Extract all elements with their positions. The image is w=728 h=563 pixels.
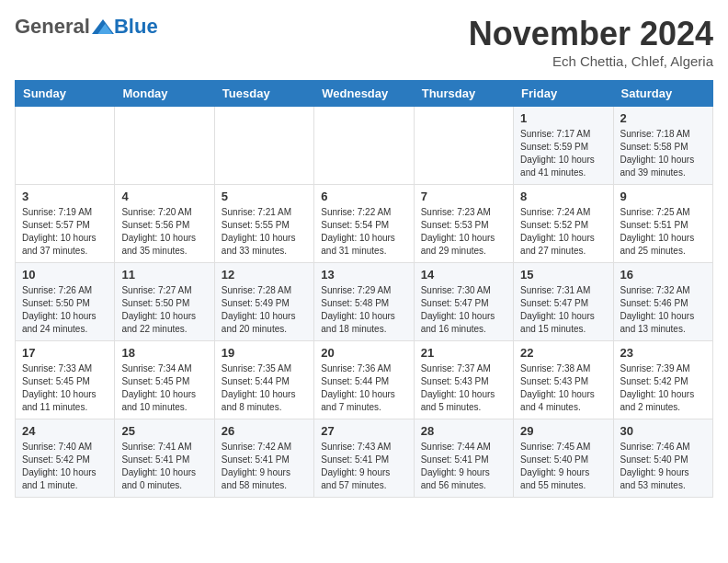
day-cell: 5Sunrise: 7:21 AMSunset: 5:55 PMDaylight…	[214, 185, 313, 263]
col-header-saturday: Saturday	[613, 81, 712, 107]
logo-blue: Blue	[114, 15, 158, 39]
day-cell: 13Sunrise: 7:29 AMSunset: 5:48 PMDayligh…	[314, 263, 414, 341]
day-cell: 3Sunrise: 7:19 AMSunset: 5:57 PMDaylight…	[16, 185, 115, 263]
day-cell: 7Sunrise: 7:23 AMSunset: 5:53 PMDaylight…	[414, 185, 513, 263]
day-cell: 8Sunrise: 7:24 AMSunset: 5:52 PMDaylight…	[514, 185, 613, 263]
week-row-5: 24Sunrise: 7:40 AMSunset: 5:42 PMDayligh…	[16, 419, 713, 498]
day-number: 11	[121, 268, 207, 282]
logo-icon	[92, 16, 114, 38]
page-header: General Blue November 2024 Ech Chettia, …	[15, 15, 713, 69]
day-info: Sunrise: 7:28 AMSunset: 5:49 PMDaylight:…	[222, 284, 307, 336]
day-number: 29	[520, 424, 606, 438]
month-title: November 2024	[469, 15, 713, 53]
day-number: 17	[22, 346, 108, 360]
day-number: 22	[520, 346, 606, 360]
week-row-4: 17Sunrise: 7:33 AMSunset: 5:45 PMDayligh…	[16, 341, 713, 419]
day-number: 24	[22, 424, 108, 438]
day-cell: 26Sunrise: 7:42 AMSunset: 5:41 PMDayligh…	[214, 419, 313, 498]
day-cell: 22Sunrise: 7:38 AMSunset: 5:43 PMDayligh…	[514, 341, 613, 419]
day-cell: 4Sunrise: 7:20 AMSunset: 5:56 PMDaylight…	[115, 185, 214, 263]
day-info: Sunrise: 7:44 AMSunset: 5:41 PMDaylight:…	[421, 441, 506, 492]
day-cell: 14Sunrise: 7:30 AMSunset: 5:47 PMDayligh…	[414, 263, 513, 341]
day-cell	[414, 107, 513, 185]
day-number: 21	[421, 346, 506, 360]
week-row-3: 10Sunrise: 7:26 AMSunset: 5:50 PMDayligh…	[16, 263, 713, 341]
day-cell: 25Sunrise: 7:41 AMSunset: 5:41 PMDayligh…	[115, 419, 214, 498]
day-cell: 12Sunrise: 7:28 AMSunset: 5:49 PMDayligh…	[214, 263, 313, 341]
day-number: 4	[121, 190, 207, 203]
day-number: 30	[620, 424, 706, 438]
day-info: Sunrise: 7:35 AMSunset: 5:44 PMDaylight:…	[222, 362, 307, 414]
day-info: Sunrise: 7:45 AMSunset: 5:40 PMDaylight:…	[520, 441, 606, 492]
day-cell: 9Sunrise: 7:25 AMSunset: 5:51 PMDaylight…	[613, 185, 712, 263]
day-number: 16	[620, 268, 706, 282]
day-info: Sunrise: 7:30 AMSunset: 5:47 PMDaylight:…	[421, 284, 506, 336]
day-cell: 21Sunrise: 7:37 AMSunset: 5:43 PMDayligh…	[414, 341, 513, 419]
day-info: Sunrise: 7:33 AMSunset: 5:45 PMDaylight:…	[22, 362, 108, 414]
day-number: 9	[620, 190, 706, 203]
day-cell: 19Sunrise: 7:35 AMSunset: 5:44 PMDayligh…	[214, 341, 313, 419]
day-number: 15	[520, 268, 606, 282]
day-cell: 23Sunrise: 7:39 AMSunset: 5:42 PMDayligh…	[613, 341, 712, 419]
logo: General Blue	[15, 15, 158, 39]
day-number: 26	[222, 424, 307, 438]
day-cell: 6Sunrise: 7:22 AMSunset: 5:54 PMDaylight…	[314, 185, 414, 263]
day-info: Sunrise: 7:34 AMSunset: 5:45 PMDaylight:…	[121, 362, 207, 414]
day-info: Sunrise: 7:17 AMSunset: 5:59 PMDaylight:…	[520, 128, 606, 179]
location: Ech Chettia, Chlef, Algeria	[469, 53, 713, 69]
day-info: Sunrise: 7:27 AMSunset: 5:50 PMDaylight:…	[121, 284, 207, 336]
day-number: 14	[421, 268, 506, 282]
day-number: 25	[121, 424, 207, 438]
week-row-2: 3Sunrise: 7:19 AMSunset: 5:57 PMDaylight…	[16, 185, 713, 263]
day-info: Sunrise: 7:38 AMSunset: 5:43 PMDaylight:…	[520, 362, 606, 414]
day-info: Sunrise: 7:41 AMSunset: 5:41 PMDaylight:…	[121, 441, 207, 492]
day-info: Sunrise: 7:20 AMSunset: 5:56 PMDaylight:…	[121, 206, 207, 258]
title-area: November 2024 Ech Chettia, Chlef, Algeri…	[469, 15, 713, 69]
day-number: 23	[620, 346, 706, 360]
day-number: 19	[222, 346, 307, 360]
day-cell: 24Sunrise: 7:40 AMSunset: 5:42 PMDayligh…	[16, 419, 115, 498]
day-number: 12	[222, 268, 307, 282]
col-header-sunday: Sunday	[16, 81, 115, 107]
day-info: Sunrise: 7:43 AMSunset: 5:41 PMDaylight:…	[321, 441, 406, 492]
day-cell: 10Sunrise: 7:26 AMSunset: 5:50 PMDayligh…	[16, 263, 115, 341]
day-number: 8	[520, 190, 606, 203]
day-cell: 18Sunrise: 7:34 AMSunset: 5:45 PMDayligh…	[115, 341, 214, 419]
day-number: 5	[222, 190, 307, 203]
day-cell: 2Sunrise: 7:18 AMSunset: 5:58 PMDaylight…	[613, 107, 712, 185]
col-header-friday: Friday	[514, 81, 613, 107]
day-cell: 11Sunrise: 7:27 AMSunset: 5:50 PMDayligh…	[115, 263, 214, 341]
day-info: Sunrise: 7:19 AMSunset: 5:57 PMDaylight:…	[22, 206, 108, 258]
day-info: Sunrise: 7:24 AMSunset: 5:52 PMDaylight:…	[520, 206, 606, 258]
day-info: Sunrise: 7:26 AMSunset: 5:50 PMDaylight:…	[22, 284, 108, 336]
day-info: Sunrise: 7:46 AMSunset: 5:40 PMDaylight:…	[620, 441, 706, 492]
day-info: Sunrise: 7:23 AMSunset: 5:53 PMDaylight:…	[421, 206, 506, 258]
day-cell: 20Sunrise: 7:36 AMSunset: 5:44 PMDayligh…	[314, 341, 414, 419]
day-info: Sunrise: 7:31 AMSunset: 5:47 PMDaylight:…	[520, 284, 606, 336]
day-cell	[214, 107, 313, 185]
day-number: 3	[22, 190, 108, 203]
day-cell: 27Sunrise: 7:43 AMSunset: 5:41 PMDayligh…	[314, 419, 414, 498]
day-info: Sunrise: 7:42 AMSunset: 5:41 PMDaylight:…	[222, 441, 307, 492]
day-number: 13	[321, 268, 406, 282]
week-row-1: 1Sunrise: 7:17 AMSunset: 5:59 PMDaylight…	[16, 107, 713, 185]
day-info: Sunrise: 7:39 AMSunset: 5:42 PMDaylight:…	[620, 362, 706, 414]
day-cell: 30Sunrise: 7:46 AMSunset: 5:40 PMDayligh…	[613, 419, 712, 498]
col-header-thursday: Thursday	[414, 81, 513, 107]
col-header-wednesday: Wednesday	[314, 81, 414, 107]
day-info: Sunrise: 7:32 AMSunset: 5:46 PMDaylight:…	[620, 284, 706, 336]
day-cell: 15Sunrise: 7:31 AMSunset: 5:47 PMDayligh…	[514, 263, 613, 341]
day-info: Sunrise: 7:37 AMSunset: 5:43 PMDaylight:…	[421, 362, 506, 414]
day-cell: 29Sunrise: 7:45 AMSunset: 5:40 PMDayligh…	[514, 419, 613, 498]
day-number: 18	[121, 346, 207, 360]
day-info: Sunrise: 7:25 AMSunset: 5:51 PMDaylight:…	[620, 206, 706, 258]
day-cell	[314, 107, 414, 185]
day-info: Sunrise: 7:40 AMSunset: 5:42 PMDaylight:…	[22, 441, 108, 492]
day-cell: 17Sunrise: 7:33 AMSunset: 5:45 PMDayligh…	[16, 341, 115, 419]
day-number: 28	[421, 424, 506, 438]
day-cell	[16, 107, 115, 185]
day-number: 7	[421, 190, 506, 203]
col-header-monday: Monday	[115, 81, 214, 107]
day-cell	[115, 107, 214, 185]
day-info: Sunrise: 7:18 AMSunset: 5:58 PMDaylight:…	[620, 128, 706, 179]
